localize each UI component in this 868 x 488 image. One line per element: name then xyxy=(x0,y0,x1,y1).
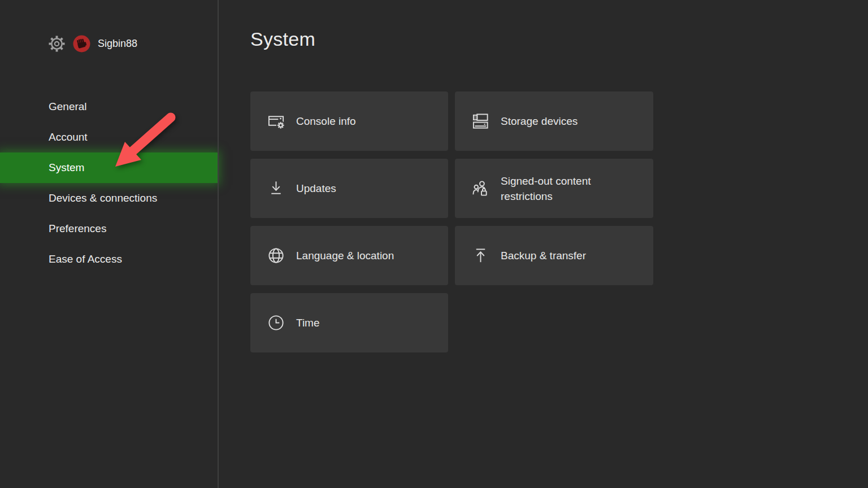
updates-icon xyxy=(267,180,285,197)
page-title: System xyxy=(250,28,315,50)
avatar[interactable] xyxy=(73,35,90,53)
language-location-icon xyxy=(267,247,285,264)
tile-label: Signed-out content restrictions xyxy=(501,173,653,204)
tile-signed-out-content-restrictions[interactable]: Signed-out content restrictions xyxy=(455,159,653,218)
tile-label: Language & location xyxy=(296,248,403,263)
time-icon xyxy=(267,314,285,332)
sidebar-item-system[interactable]: System xyxy=(0,152,218,183)
tile-label: Console info xyxy=(296,114,365,129)
tile-label: Time xyxy=(296,315,329,330)
tile-label: Storage devices xyxy=(501,114,587,129)
tile-language-location[interactable]: Language & location xyxy=(250,226,448,285)
tile-console-info[interactable]: Console info xyxy=(250,91,448,151)
sidebar-menu: General Account System Devices & connect… xyxy=(0,91,218,274)
storage-devices-icon xyxy=(472,112,489,130)
tile-updates[interactable]: Updates xyxy=(250,159,448,218)
tile-backup-transfer[interactable]: Backup & transfer xyxy=(455,226,653,285)
signed-out-content-restrictions-icon xyxy=(472,180,489,197)
console-info-icon xyxy=(267,112,285,130)
settings-tile-grid: Console info Storage devices xyxy=(250,91,653,352)
sidebar-item-devices-connections[interactable]: Devices & connections xyxy=(0,183,218,213)
backup-transfer-icon xyxy=(472,247,489,264)
sidebar-item-general[interactable]: General xyxy=(0,91,218,122)
settings-sidebar: Sigbin88 General Account System Devices … xyxy=(0,0,218,488)
tile-label: Updates xyxy=(296,181,345,196)
sidebar-item-account[interactable]: Account xyxy=(0,122,218,152)
sidebar-item-ease-of-access[interactable]: Ease of Access xyxy=(0,244,218,274)
username[interactable]: Sigbin88 xyxy=(98,38,137,50)
sidebar-divider xyxy=(218,0,219,488)
profile-header: Sigbin88 xyxy=(48,35,137,53)
sidebar-item-preferences[interactable]: Preferences xyxy=(0,213,218,244)
tile-storage-devices[interactable]: Storage devices xyxy=(455,91,653,151)
tile-time[interactable]: Time xyxy=(250,293,448,352)
settings-gear-icon xyxy=(48,35,66,53)
tile-label: Backup & transfer xyxy=(501,248,595,263)
